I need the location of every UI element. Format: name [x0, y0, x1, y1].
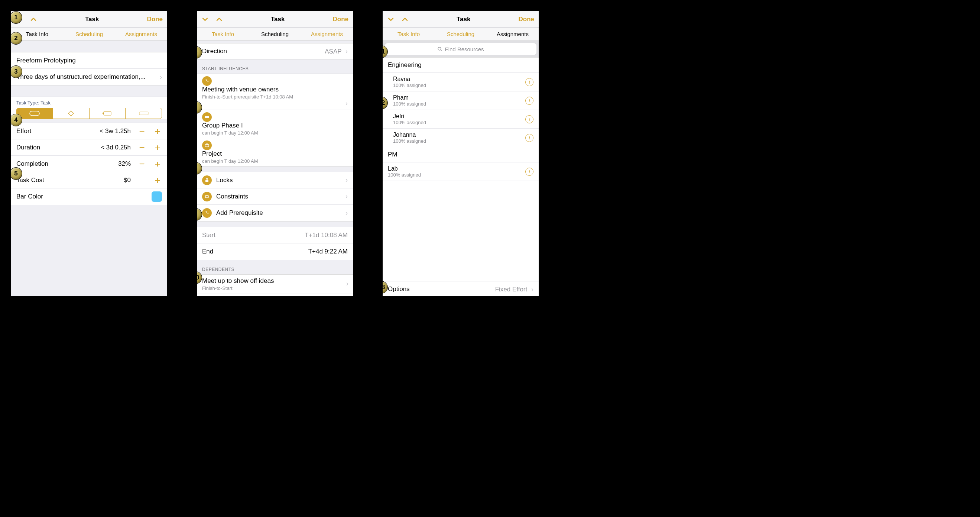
task-type-task-icon[interactable] [17, 108, 53, 118]
cost-row[interactable]: Task Cost $0 − + [11, 172, 167, 188]
info-icon[interactable]: i [525, 78, 533, 86]
completion-minus[interactable]: − [137, 159, 146, 169]
chevron-right-icon: › [160, 73, 162, 81]
chevron-right-icon: › [345, 100, 348, 107]
nav-title: Task [271, 16, 285, 23]
svg-rect-3 [103, 113, 103, 114]
start-date-row[interactable]: Start T+1d 10:08 AM [197, 227, 353, 243]
duration-row[interactable]: Duration < 3d 0.25h − + [11, 139, 167, 156]
nav-up-icon[interactable] [215, 16, 223, 23]
task-type-milestone-icon[interactable] [53, 108, 89, 118]
svg-rect-4 [139, 112, 148, 115]
influence-row[interactable]: Project can begin T day 12:00 AM [197, 138, 353, 166]
task-type-label: Task Type: Task [11, 100, 167, 108]
task-name-cell[interactable]: Freeform Prototyping [11, 53, 167, 69]
svg-rect-6 [205, 180, 208, 182]
dependency-icon [202, 76, 212, 86]
barcolor-row[interactable]: Bar Color [11, 188, 167, 205]
nav-up-icon[interactable] [401, 16, 409, 23]
group-icon [202, 112, 212, 122]
resource-group-header[interactable]: Engineering [383, 57, 539, 73]
svg-point-8 [438, 47, 441, 50]
influence-row[interactable]: Meeting with venue owners Finish-to-Star… [197, 74, 353, 110]
svg-line-9 [441, 50, 442, 51]
navbar: Task Done [11, 11, 167, 27]
direction-value: ASAP [325, 48, 341, 55]
completion-plus[interactable]: + [153, 159, 162, 169]
tab-assignments[interactable]: Assignments [487, 27, 539, 40]
resource-row[interactable]: Pham100% assigned i [383, 91, 539, 110]
tab-scheduling[interactable]: Scheduling [63, 27, 115, 40]
nav-down-icon[interactable] [387, 16, 395, 23]
barcolor-swatch[interactable] [151, 191, 162, 202]
add-dependent-row[interactable]: Add Dependent › [197, 294, 353, 296]
task-type-hammock-icon[interactable] [89, 108, 126, 118]
resource-group-header[interactable]: PM [383, 147, 539, 163]
nav-down-icon[interactable] [201, 16, 209, 23]
info-icon[interactable]: i [525, 115, 533, 123]
add-prerequisite-row[interactable]: Add Prerequisite › [197, 205, 353, 221]
search-icon [437, 46, 442, 52]
info-icon[interactable]: i [525, 134, 533, 142]
resource-row[interactable]: Jefri100% assigned i [383, 110, 539, 129]
task-name: Freeform Prototyping [16, 57, 76, 64]
locks-row[interactable]: Locks › [197, 172, 353, 188]
dependent-row[interactable]: Meet up to show off ideas Finish-to-Star… [197, 274, 353, 294]
tab-assignments[interactable]: Assignments [115, 27, 167, 40]
options-row[interactable]: Options Fixed Effort › [383, 281, 539, 296]
done-button[interactable]: Done [147, 16, 163, 23]
info-icon[interactable]: i [525, 168, 533, 176]
effort-row[interactable]: Effort < 3w 1.25h − + [11, 123, 167, 139]
chevron-right-icon: › [346, 280, 348, 288]
options-value: Fixed Effort [495, 286, 528, 293]
navbar: Task Done [197, 11, 353, 27]
nav-title: Task [457, 16, 471, 23]
duration-plus[interactable]: + [153, 143, 162, 152]
done-button[interactable]: Done [519, 16, 535, 23]
resource-row[interactable]: Lab100% assigned i [383, 163, 539, 181]
cost-plus[interactable]: + [153, 176, 162, 185]
info-icon[interactable]: i [525, 97, 533, 105]
influence-row[interactable]: Group Phase I can begin T day 12:00 AM [197, 110, 353, 138]
effort-plus[interactable]: + [153, 126, 162, 136]
task-type-segmented[interactable] [16, 108, 162, 119]
task-type-group-icon[interactable] [126, 108, 162, 118]
completion-row[interactable]: Completion 32% − + [11, 156, 167, 172]
tab-assignments[interactable]: Assignments [301, 27, 353, 40]
svg-rect-0 [30, 111, 40, 116]
screen-assignments: Task Done Task Info Scheduling Assignmen… [383, 11, 539, 296]
end-date-row[interactable]: End T+4d 9:22 AM [197, 243, 353, 260]
chevron-right-icon: › [345, 193, 348, 200]
nav-up-icon[interactable] [30, 16, 37, 23]
chevron-right-icon: › [345, 48, 348, 55]
direction-row[interactable]: Direction ASAP › [197, 43, 353, 59]
tab-bar: Task Info Scheduling Assignments [383, 27, 539, 41]
project-icon [202, 140, 212, 150]
tab-bar: Task Info Scheduling Assignments [197, 27, 353, 41]
svg-rect-5 [205, 116, 209, 118]
search-placeholder: Find Resources [445, 46, 484, 53]
svg-rect-7 [205, 196, 208, 198]
search-input[interactable]: Find Resources [385, 43, 536, 55]
lock-icon [202, 176, 212, 185]
tab-scheduling[interactable]: Scheduling [435, 27, 487, 40]
resource-row[interactable]: Ravna100% assigned i [383, 73, 539, 91]
tab-task-info[interactable]: Task Info [383, 27, 435, 40]
chevron-right-icon: › [345, 176, 348, 184]
effort-minus[interactable]: − [137, 126, 146, 136]
dependents-header: DEPENDENTS [197, 260, 353, 274]
done-button[interactable]: Done [333, 16, 349, 23]
tab-bar: Task Info Scheduling Assignments [11, 27, 167, 41]
svg-rect-2 [103, 112, 111, 115]
navbar: Task Done [383, 11, 539, 27]
resource-row[interactable]: Johanna100% assigned i [383, 129, 539, 147]
duration-minus[interactable]: − [137, 143, 146, 152]
screen-scheduling: Task Done Task Info Scheduling Assignmen… [197, 11, 353, 296]
start-influences-header: START INFLUENCES [197, 59, 353, 73]
task-desc-cell[interactable]: Three days of unstructured experimentati… [11, 69, 167, 85]
tab-scheduling[interactable]: Scheduling [249, 27, 301, 40]
tab-task-info[interactable]: Task Info [197, 27, 249, 40]
chevron-right-icon: › [345, 209, 348, 217]
add-dependency-icon [202, 208, 212, 218]
constraints-row[interactable]: Constraints › [197, 188, 353, 205]
